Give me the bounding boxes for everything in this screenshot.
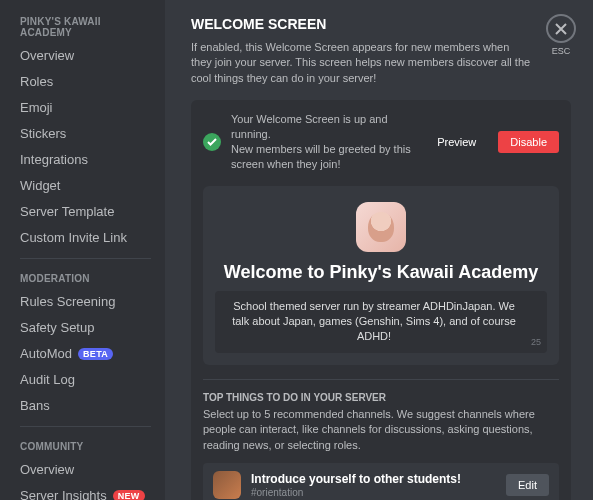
sidebar-item-community-overview[interactable]: Overview bbox=[12, 457, 159, 482]
sidebar-item-overview[interactable]: Overview bbox=[12, 43, 159, 68]
sidebar-group-community: COMMUNITY bbox=[12, 435, 159, 456]
channel-emoji-icon bbox=[213, 471, 241, 499]
sidebar-item-stickers[interactable]: Stickers bbox=[12, 121, 159, 146]
sidebar-item-widget[interactable]: Widget bbox=[12, 173, 159, 198]
section-description: Select up to 5 recommended channels. We … bbox=[203, 407, 559, 453]
welcome-preview-card: Welcome to Pinky's Kawaii Academy School… bbox=[203, 186, 559, 365]
sidebar-item-audit-log[interactable]: Audit Log bbox=[12, 367, 159, 392]
page-description: If enabled, this Welcome Screen appears … bbox=[191, 40, 531, 86]
char-count: 25 bbox=[531, 336, 541, 349]
check-icon bbox=[203, 133, 221, 151]
sidebar-item-rules-screening[interactable]: Rules Screening bbox=[12, 289, 159, 314]
sidebar-group-server: PINKY'S KAWAII ACADEMY bbox=[12, 10, 159, 42]
close-icon bbox=[546, 14, 576, 43]
status-text: Your Welcome Screen is up and running. N… bbox=[231, 112, 415, 171]
preview-button[interactable]: Preview bbox=[425, 131, 488, 153]
disable-button[interactable]: Disable bbox=[498, 131, 559, 153]
sidebar-divider bbox=[20, 426, 151, 427]
channel-row: Introduce yourself to other students! #o… bbox=[203, 463, 559, 500]
sidebar-item-bans[interactable]: Bans bbox=[12, 393, 159, 418]
welcome-title: Welcome to Pinky's Kawaii Academy bbox=[215, 262, 547, 283]
edit-channel-button[interactable]: Edit bbox=[506, 474, 549, 496]
sidebar-item-safety-setup[interactable]: Safety Setup bbox=[12, 315, 159, 340]
sidebar-item-automod[interactable]: AutoModBETA bbox=[12, 341, 159, 366]
beta-badge: BETA bbox=[78, 348, 113, 360]
sidebar-item-emoji[interactable]: Emoji bbox=[12, 95, 159, 120]
page-title: WELCOME SCREEN bbox=[191, 16, 571, 32]
sidebar-item-roles[interactable]: Roles bbox=[12, 69, 159, 94]
server-name: Pinky's Kawaii Academy bbox=[329, 262, 538, 282]
main-content: ESC WELCOME SCREEN If enabled, this Welc… bbox=[165, 0, 593, 500]
server-description-input[interactable]: School themed server run by streamer ADH… bbox=[215, 291, 547, 353]
server-icon[interactable] bbox=[356, 202, 406, 252]
sidebar-item-server-template[interactable]: Server Template bbox=[12, 199, 159, 224]
welcome-panel: Your Welcome Screen is up and running. N… bbox=[191, 100, 571, 500]
new-badge: NEW bbox=[113, 490, 145, 501]
close-button[interactable]: ESC bbox=[545, 14, 577, 56]
sidebar-divider bbox=[20, 258, 151, 259]
section-header: TOP THINGS TO DO IN YOUR SERVER bbox=[203, 392, 559, 403]
status-row: Your Welcome Screen is up and running. N… bbox=[203, 112, 559, 171]
sidebar-item-server-insights[interactable]: Server InsightsNEW bbox=[12, 483, 159, 500]
section-divider bbox=[203, 379, 559, 380]
channel-name: #orientation bbox=[251, 487, 496, 498]
sidebar-group-moderation: MODERATION bbox=[12, 267, 159, 288]
settings-sidebar: PINKY'S KAWAII ACADEMY Overview Roles Em… bbox=[0, 0, 165, 500]
sidebar-item-custom-invite[interactable]: Custom Invite Link bbox=[12, 225, 159, 250]
sidebar-item-integrations[interactable]: Integrations bbox=[12, 147, 159, 172]
channel-title: Introduce yourself to other students! bbox=[251, 472, 496, 488]
close-label: ESC bbox=[552, 46, 571, 56]
